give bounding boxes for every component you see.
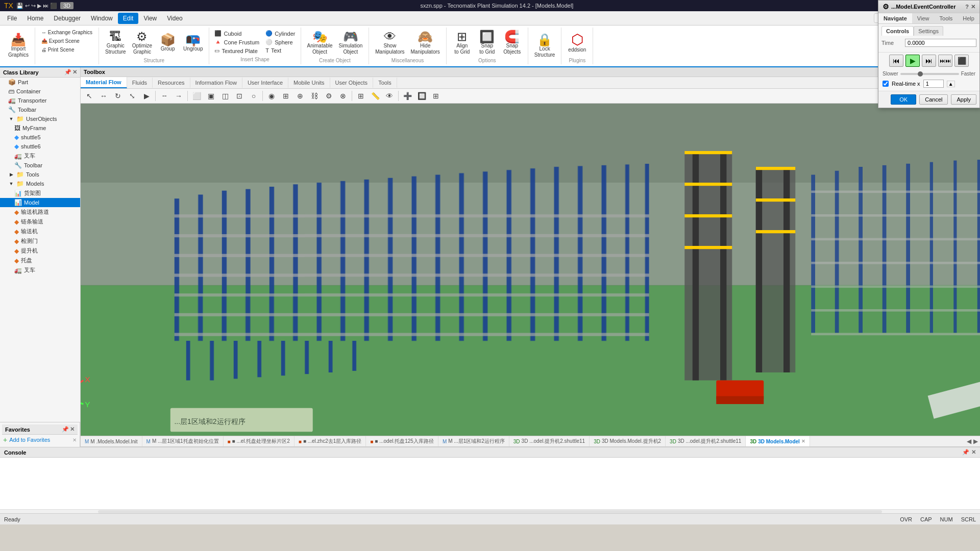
menu-home[interactable]: Home bbox=[22, 13, 48, 24]
tree-item-part[interactable]: 📦Part bbox=[0, 78, 80, 87]
frame4-tool[interactable]: ⊡ bbox=[233, 90, 246, 102]
viewport-3d[interactable]: X Y Z ...层1区域和2运行程序 bbox=[81, 104, 980, 436]
text-btn[interactable]: TText bbox=[264, 47, 296, 54]
tree-item-conveyor-track[interactable]: ◆输送机路道 bbox=[0, 207, 80, 217]
tree-item-myframe[interactable]: 🖼MyFrame bbox=[0, 123, 80, 133]
tab-prev-btn[interactable]: ◀ bbox=[967, 438, 971, 445]
bottom-tab-0[interactable]: M M .Models.Model.Init bbox=[81, 436, 142, 447]
bottom-tab-5[interactable]: M M ...层1区域和2运行程序 bbox=[438, 436, 509, 447]
ec-end-btn[interactable]: ⏭⏭ bbox=[938, 55, 952, 67]
link-tool[interactable]: ⊕ bbox=[293, 90, 307, 102]
tree-item-detector[interactable]: ◆检测门 bbox=[0, 236, 80, 246]
frame2-tool[interactable]: ▣ bbox=[204, 90, 217, 102]
fav-pin-icon[interactable]: 📌 bbox=[62, 426, 69, 433]
tree-item-transporter[interactable]: 🚛Transporter bbox=[0, 96, 80, 105]
menu-video[interactable]: Video bbox=[162, 13, 187, 24]
nav-tool[interactable]: ⊗ bbox=[336, 90, 350, 102]
ec-ok-btn[interactable]: OK bbox=[891, 94, 916, 105]
console-hscroll[interactable] bbox=[0, 509, 980, 513]
quick-stop[interactable]: ⬛ bbox=[50, 3, 57, 9]
menu-debugger[interactable]: Debugger bbox=[48, 13, 86, 24]
tree-item-tools[interactable]: ▶📁Tools bbox=[0, 170, 80, 179]
quick-step[interactable]: ⏭ bbox=[43, 3, 48, 9]
lock-structure-btn[interactable]: 🔒 Lock Structure bbox=[532, 32, 557, 60]
tree-item-shuttle5[interactable]: ◆shuttle5 bbox=[0, 133, 80, 142]
tree-item-toolbar2[interactable]: 🔧Toolbar bbox=[0, 161, 80, 170]
textured-plate-btn[interactable]: ▭Textured Plate bbox=[213, 47, 260, 55]
switch-tool[interactable]: ⊞ bbox=[279, 90, 292, 102]
ec-cancel-btn[interactable]: Cancel bbox=[919, 94, 948, 105]
bottom-tab-6[interactable]: 3D 3D ...odel.提升机2.shuttle11 bbox=[509, 436, 590, 447]
play-tool[interactable]: ▶ bbox=[140, 90, 153, 102]
tab-mobile-units[interactable]: Mobile Units bbox=[288, 78, 330, 88]
ec-realtime-spinner-up[interactable]: ▲ bbox=[947, 81, 955, 87]
ec-tab-view[interactable]: View bbox=[912, 13, 935, 23]
menu-file[interactable]: File bbox=[2, 13, 22, 24]
tab-close-btn[interactable]: ✕ bbox=[801, 439, 805, 444]
group-tool[interactable]: 🔲 bbox=[415, 90, 428, 102]
ec-time-input[interactable] bbox=[905, 39, 976, 47]
tree-item-conveyor[interactable]: ◆输送机 bbox=[0, 227, 80, 236]
bottom-tab-9[interactable]: 3D 3D Models.Model ✕ bbox=[746, 436, 810, 447]
ec-realtime-checkbox[interactable] bbox=[883, 81, 889, 87]
connect-tool[interactable]: → bbox=[172, 90, 185, 102]
bottom-tab-1[interactable]: M M ...层1区域1托盘初始化位置 bbox=[142, 436, 224, 447]
graphic-structure-btn[interactable]: 🏗 Graphic Structure bbox=[103, 29, 128, 57]
sphere-btn[interactable]: ⚪Sphere bbox=[264, 38, 296, 46]
measure-tool[interactable]: 📏 bbox=[369, 90, 382, 102]
move-tool[interactable]: ↔ bbox=[97, 90, 110, 102]
export-scene-btn[interactable]: 📤 Export Scene bbox=[39, 37, 82, 45]
tree-item-container[interactable]: 🗃Container bbox=[0, 87, 80, 96]
ec-apply-btn[interactable]: Apply bbox=[951, 94, 976, 105]
tree-item-chain[interactable]: ◆链条输送 bbox=[0, 217, 80, 227]
frame3-tool[interactable]: ◫ bbox=[218, 90, 232, 102]
bottom-tab-7[interactable]: 3D 3D Models.Model.提升机2 bbox=[590, 436, 666, 447]
tab-resources[interactable]: Resources bbox=[153, 78, 190, 88]
tree-item-pallet[interactable]: ◆托盘 bbox=[0, 256, 80, 265]
grid-tool[interactable]: ⊞ bbox=[354, 90, 368, 102]
tab-material-flow[interactable]: Material Flow bbox=[81, 77, 127, 88]
tree-item-shuttle6[interactable]: ◆shuttle6 bbox=[0, 142, 80, 151]
tree-item-lift[interactable]: ◆提升机 bbox=[0, 246, 80, 256]
quick-redo[interactable]: ↪ bbox=[31, 3, 36, 9]
menu-window[interactable]: Window bbox=[86, 13, 118, 24]
tab-user-objects[interactable]: User Objects bbox=[330, 78, 374, 88]
fav-close-x[interactable]: ✕ bbox=[72, 437, 77, 443]
ec-stop-btn[interactable]: ⬛ bbox=[954, 55, 969, 67]
menu-view[interactable]: View bbox=[138, 13, 162, 24]
tree-item-models[interactable]: ▼📁Models bbox=[0, 179, 80, 188]
ec-tab-tools[interactable]: Tools bbox=[935, 13, 958, 23]
ec-help-btn[interactable]: ? bbox=[965, 4, 969, 10]
ec-speed-slider[interactable] bbox=[900, 73, 959, 75]
ec-tab-navigate[interactable]: Navigate bbox=[878, 13, 912, 23]
ec-rewind-btn[interactable]: ⏮ bbox=[889, 55, 903, 67]
bottom-tab-2[interactable]: ■ ■ ...el.托盘处理坐标片区2 bbox=[224, 436, 295, 447]
tree-item-forklift2[interactable]: 🚛叉车 bbox=[0, 265, 80, 275]
animatable-object-btn[interactable]: 🎭 Animatable Object bbox=[305, 29, 335, 57]
show-manipulators-btn[interactable]: 👁 Show Manipulators bbox=[373, 29, 406, 57]
hide-manipulators-btn[interactable]: 🙈 Hide Manipulators bbox=[409, 29, 442, 57]
cuboid-btn[interactable]: ⬛Cuboid bbox=[213, 30, 260, 37]
exchange-graphics-btn[interactable]: ↔ Exchange Graphics bbox=[39, 29, 94, 36]
gear-tool[interactable]: ⚙ bbox=[322, 90, 335, 102]
tab-information-flow[interactable]: Information Flow bbox=[190, 78, 242, 88]
cylinder-btn[interactable]: 🔵Cylinder bbox=[264, 30, 296, 37]
ec-close-btn[interactable]: ✕ bbox=[971, 4, 975, 10]
tree-item-model[interactable]: 📊Model bbox=[0, 198, 80, 207]
menu-edit[interactable]: Edit bbox=[118, 13, 139, 24]
ec-ctab-settings[interactable]: Settings bbox=[914, 26, 943, 36]
add-tool[interactable]: ➕ bbox=[401, 90, 414, 102]
eddsion-btn[interactable]: ⬡ eddsion bbox=[566, 31, 589, 55]
tab-fluids[interactable]: Fluids bbox=[127, 78, 153, 88]
scale-tool[interactable]: ⤡ bbox=[126, 90, 139, 102]
optimize-graphic-btn[interactable]: ⚙ Optimize Graphic bbox=[130, 29, 154, 57]
chain-tool[interactable]: ⛓ bbox=[308, 90, 321, 102]
circle-tool[interactable]: ○ bbox=[247, 90, 260, 102]
console-close-icon[interactable]: ✕ bbox=[971, 449, 976, 456]
fav-close-icon[interactable]: ✕ bbox=[70, 426, 75, 433]
quick-undo[interactable]: ↩ bbox=[25, 3, 30, 9]
tree-item-shelving[interactable]: 📊货架图 bbox=[0, 188, 80, 198]
eye-tool[interactable]: 👁 bbox=[383, 90, 396, 102]
pin-icon[interactable]: 📌 bbox=[64, 69, 71, 76]
select-tool[interactable]: ↖ bbox=[83, 90, 96, 102]
